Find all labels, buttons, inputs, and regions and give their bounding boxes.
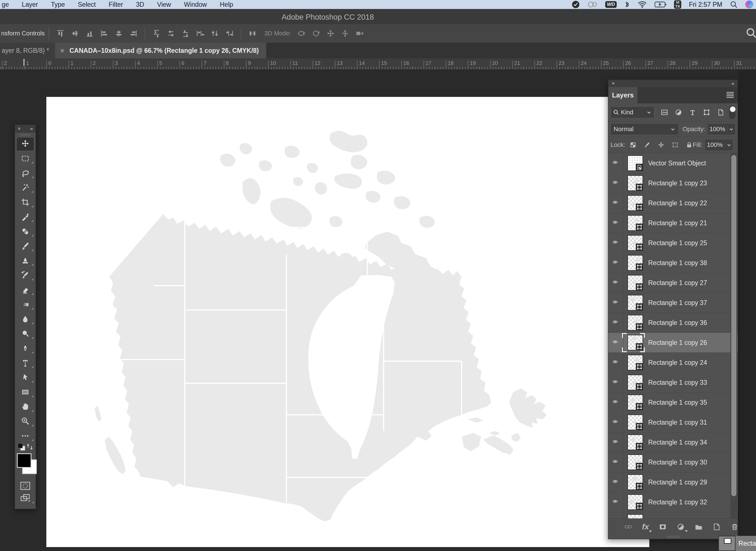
- siri-icon[interactable]: [745, 1, 753, 8]
- layers-scrollbar[interactable]: [730, 153, 737, 518]
- layer-visibility-eye-icon[interactable]: [608, 273, 624, 293]
- horizontal-ruler[interactable]: 2101234567891011121314151617181920212223…: [0, 58, 756, 70]
- lock-paint-icon[interactable]: [643, 141, 651, 148]
- distribute-hcenter-icon[interactable]: [209, 28, 220, 39]
- path-selection-tool[interactable]: [15, 370, 36, 385]
- rectangular-marquee-tool[interactable]: [15, 151, 36, 166]
- layer-row[interactable]: Rectangle 1 copy 36: [608, 313, 738, 333]
- layer-name[interactable]: Rectangle 1 copy 35: [648, 399, 707, 406]
- quick-selection-tool[interactable]: [15, 180, 36, 195]
- layer-visibility-eye-icon[interactable]: [608, 193, 624, 213]
- lock-all-icon[interactable]: [686, 141, 693, 148]
- menu-item-view[interactable]: View: [157, 1, 171, 8]
- dodge-tool[interactable]: [15, 326, 36, 341]
- pen-tool[interactable]: [15, 341, 36, 356]
- filter-toggle-switch[interactable]: [729, 106, 736, 119]
- layer-visibility-eye-icon[interactable]: [608, 253, 624, 273]
- crop-tool[interactable]: [15, 195, 36, 209]
- layer-row[interactable]: Rectangle 1 copy 19: [608, 512, 738, 518]
- layer-visibility-eye-icon[interactable]: [608, 153, 624, 173]
- eraser-tool[interactable]: [15, 283, 36, 297]
- zoom-tool[interactable]: [15, 414, 36, 429]
- tab-layers[interactable]: Layers: [608, 87, 638, 103]
- layer-row[interactable]: Rectangle 1 copy 34: [608, 433, 738, 452]
- type-filter-icon[interactable]: [689, 108, 696, 116]
- layer-thumbnail[interactable]: [627, 275, 643, 291]
- type-tool[interactable]: [15, 356, 36, 370]
- layer-thumbnail[interactable]: [627, 395, 643, 410]
- tools-close-icon[interactable]: ×: [18, 126, 21, 132]
- smart-object-filter-icon[interactable]: [717, 108, 725, 116]
- clone-stamp-tool[interactable]: [15, 253, 36, 268]
- distribute-right-icon[interactable]: [224, 28, 235, 39]
- layer-mask-icon[interactable]: [659, 523, 667, 531]
- link-layers-icon[interactable]: [624, 523, 632, 531]
- history-brush-tool[interactable]: [15, 268, 36, 283]
- layer-visibility-eye-icon[interactable]: [608, 413, 624, 432]
- new-layer-icon[interactable]: [712, 523, 721, 531]
- tools-expand-icon[interactable]: »: [30, 126, 33, 132]
- fill-field[interactable]: 100%: [705, 139, 733, 151]
- menu-item-filter[interactable]: Filter: [109, 1, 123, 8]
- layer-row[interactable]: Rectangle 1 copy 26: [608, 333, 738, 353]
- slide-3d-icon[interactable]: [339, 28, 351, 39]
- new-group-icon[interactable]: [695, 523, 703, 531]
- brush-tool[interactable]: [15, 239, 36, 253]
- layer-thumbnail[interactable]: [627, 255, 643, 271]
- distribute-bottom-icon[interactable]: [180, 28, 191, 39]
- move-tool[interactable]: [16, 137, 34, 151]
- layer-row[interactable]: Rectangle 1 copy 32: [608, 492, 738, 512]
- layer-thumbnail[interactable]: [627, 155, 643, 171]
- creative-cloud-icon[interactable]: [588, 1, 598, 8]
- blur-tool[interactable]: [15, 312, 36, 326]
- menu-item-window[interactable]: Window: [184, 1, 207, 8]
- layer-thumbnail[interactable]: [627, 435, 643, 450]
- lock-artboard-icon[interactable]: [672, 141, 679, 148]
- eyedropper-tool[interactable]: [15, 209, 36, 224]
- menu-item-help[interactable]: Help: [220, 1, 233, 8]
- tab-active-document[interactable]: × CANADA–10x8in.psd @ 66.7% (Rectangle 1…: [55, 43, 266, 58]
- layer-row[interactable]: Rectangle 1 copy 38: [608, 253, 738, 273]
- align-vcenter-icon[interactable]: [69, 28, 81, 39]
- layer-visibility-eye-icon[interactable]: [608, 492, 624, 512]
- layer-visibility-eye-icon[interactable]: [608, 393, 624, 412]
- layer-row[interactable]: Rectangle 1 copy 29: [608, 472, 738, 492]
- search-icon[interactable]: [745, 27, 756, 39]
- adjustment-layer-icon[interactable]: [677, 523, 685, 531]
- panel-close-icon[interactable]: ×: [612, 80, 615, 86]
- show-transform-controls-label[interactable]: nsform Controls: [0, 30, 45, 37]
- align-left-icon[interactable]: [99, 28, 110, 39]
- vitx-icon[interactable]: VITX: [674, 0, 682, 9]
- swap-colors-icon[interactable]: [26, 443, 33, 451]
- layer-thumbnail[interactable]: [627, 454, 643, 470]
- layer-name[interactable]: Rectangle 1 copy 38: [648, 259, 707, 267]
- layer-visibility-eye-icon[interactable]: [608, 373, 624, 392]
- layer-row[interactable]: Rectangle 1 copy 37: [608, 293, 738, 313]
- layer-name[interactable]: Rectangle 1 copy 22: [648, 199, 707, 207]
- layer-name[interactable]: Rectangle 1 copy 31: [648, 419, 707, 426]
- layer-visibility-eye-icon[interactable]: [608, 472, 624, 492]
- roll-3d-icon[interactable]: [310, 28, 321, 39]
- layer-row[interactable]: Rectangle 1 copy 33: [608, 373, 738, 393]
- menu-item-ge[interactable]: ge: [2, 1, 9, 8]
- align-hcenter-icon[interactable]: [113, 28, 124, 39]
- distribute-vcenter-icon[interactable]: [165, 28, 177, 39]
- layer-visibility-eye-icon[interactable]: [608, 433, 624, 452]
- layer-name[interactable]: Rectangle 1 copy 26: [648, 339, 707, 347]
- layer-thumbnail[interactable]: [627, 355, 643, 371]
- layer-style-icon[interactable]: fx: [642, 522, 649, 531]
- layer-name[interactable]: Rectangle 1 copy 30: [648, 459, 707, 466]
- distribute-left-icon[interactable]: [195, 28, 206, 39]
- layer-name[interactable]: Rectangle 1 copy 24: [648, 359, 707, 367]
- orbit-3d-icon[interactable]: [296, 28, 307, 39]
- layer-visibility-eye-icon[interactable]: [608, 333, 624, 353]
- layer-thumbnail[interactable]: [627, 315, 643, 331]
- layer-visibility-eye-icon[interactable]: [608, 233, 624, 253]
- layer-thumbnail[interactable]: [627, 375, 643, 390]
- menu-clock[interactable]: Fri 2:57 PM: [689, 1, 722, 8]
- align-right-icon[interactable]: [128, 28, 139, 39]
- layer-name[interactable]: Rectangle 1 copy 25: [648, 239, 707, 247]
- layer-thumbnail[interactable]: [627, 295, 643, 311]
- layer-thumbnail[interactable]: [627, 474, 643, 490]
- layer-name[interactable]: Rectangle 1 copy 21: [648, 219, 707, 227]
